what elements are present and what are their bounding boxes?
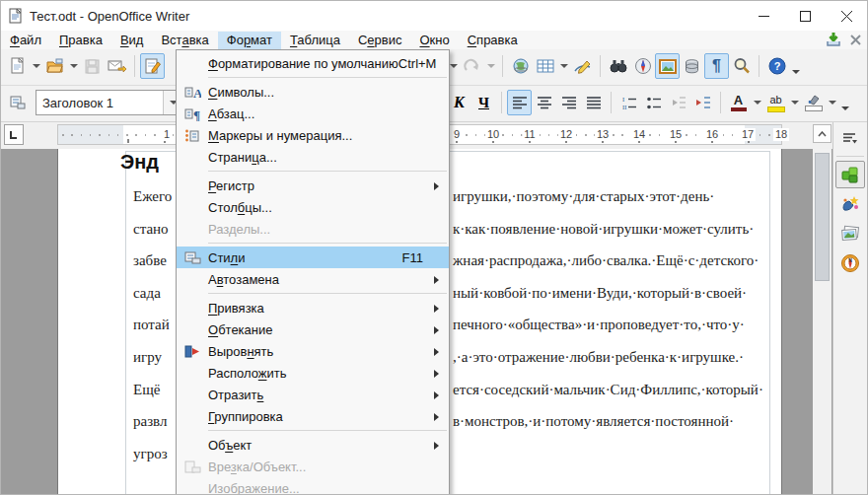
numbered-list-button[interactable]: I II <box>616 90 641 115</box>
menu-item-alignment[interactable]: Выровнять <box>177 340 449 362</box>
email-document-button[interactable] <box>105 53 129 79</box>
menu-item-bullets-numbering[interactable]: Маркеры и нумерация... <box>177 124 449 146</box>
new-document-dropdown[interactable] <box>30 53 42 79</box>
sidebar-styles-button[interactable] <box>835 190 865 218</box>
paragraph-style-combo[interactable]: Заголовок 1 <box>36 90 183 115</box>
underline-button[interactable]: Ч <box>471 90 496 115</box>
magnifier-icon <box>733 57 751 75</box>
toolbar-overflow-button[interactable] <box>789 65 802 79</box>
highlighting-button[interactable]: ab <box>763 90 788 115</box>
toolbar-separator <box>611 92 612 113</box>
menu-item-group[interactable]: Группировка <box>177 405 449 427</box>
open-dropdown[interactable] <box>67 53 80 79</box>
sidebar-menu-button[interactable] <box>835 124 865 152</box>
align-center-button[interactable] <box>532 90 556 115</box>
font-color-dropdown[interactable] <box>751 90 763 115</box>
menu-item-character[interactable]: A Символы... <box>177 81 449 103</box>
menubar-item-tools[interactable]: Сервис <box>349 32 411 49</box>
edit-file-toggle[interactable] <box>140 53 165 79</box>
menu-item-default-formatting[interactable]: Форматирование по умолчанию Ctrl+M <box>177 52 449 74</box>
formatting-marks-toggle[interactable]: ¶ <box>704 53 729 79</box>
redo-dropdown[interactable] <box>484 53 497 79</box>
sidebar-properties-button[interactable] <box>835 161 865 188</box>
vertical-scrollbar[interactable] <box>813 149 832 494</box>
increase-indent-button[interactable] <box>690 90 715 115</box>
menubar-item-view[interactable]: Вид <box>111 32 153 49</box>
tab-stop-selector[interactable] <box>4 124 24 145</box>
zoom-button[interactable] <box>729 53 754 79</box>
menu-item-case[interactable]: Регистр <box>177 175 449 196</box>
hyperlink-button[interactable] <box>508 53 533 79</box>
menu-item-sections[interactable]: Разделы... <box>177 218 449 240</box>
background-color-button[interactable] <box>801 90 826 115</box>
justify-button[interactable] <box>581 90 606 115</box>
styles-dialog-button[interactable] <box>5 90 30 115</box>
titlebar[interactable]: Тест.odt - OpenOffice Writer <box>1 1 867 31</box>
update-available-icon[interactable] <box>825 32 842 47</box>
menu-item-frame-object[interactable]: Врезка/Объект... <box>177 456 449 477</box>
menubar-item-window[interactable]: Окно <box>410 32 458 49</box>
menubar-item-file[interactable]: Файл <box>1 32 50 49</box>
sidebar-gallery-button[interactable] <box>835 220 865 248</box>
close-document-icon[interactable] <box>850 35 861 45</box>
insert-table-button[interactable] <box>533 53 557 79</box>
frame-icon <box>184 460 201 474</box>
minimize-button[interactable] <box>743 1 784 31</box>
menu-item-flip[interactable]: Отразить <box>177 384 449 405</box>
insert-table-dropdown[interactable] <box>557 53 570 79</box>
sidebar-navigator-button[interactable]: N <box>835 249 865 277</box>
menubar-item-table[interactable]: Таблица <box>281 32 349 49</box>
close-button[interactable] <box>826 1 867 31</box>
menu-item-columns[interactable]: Столбцы... <box>177 196 449 218</box>
font-color-letter: А <box>734 94 743 106</box>
help-button[interactable]: ? <box>764 53 789 79</box>
save-button[interactable] <box>80 53 105 79</box>
menu-item-autocorrect[interactable]: Автозамена <box>177 268 449 290</box>
menu-item-anchor[interactable]: Привязка <box>177 297 449 318</box>
data-sources-button[interactable] <box>680 53 704 79</box>
menubar-item-edit[interactable]: Правка <box>50 32 111 49</box>
chevron-down-icon <box>560 64 568 68</box>
show-draw-functions-button[interactable] <box>570 53 595 79</box>
navigator-compass-icon: N <box>840 253 860 273</box>
align-left-button[interactable] <box>507 90 532 115</box>
align-objects-icon <box>184 344 201 359</box>
doc-text: потай <box>133 317 170 333</box>
redo-button[interactable] <box>460 53 484 79</box>
ruler-number: 16 <box>704 128 720 141</box>
svg-text:I: I <box>622 96 624 103</box>
chevron-down-icon <box>33 64 40 68</box>
menu-item-page[interactable]: Страница... <box>177 146 449 168</box>
background-color-dropdown[interactable] <box>826 90 838 115</box>
new-document-button[interactable] <box>5 53 30 79</box>
menu-item-wrap[interactable]: Обтекание <box>177 318 449 340</box>
scroll-up-button[interactable] <box>813 124 832 143</box>
svg-text:II: II <box>622 104 626 110</box>
toolbar-separator <box>720 92 721 113</box>
highlighting-dropdown[interactable] <box>788 90 801 115</box>
menubar-item-help[interactable]: Справка <box>459 32 527 49</box>
maximize-button[interactable] <box>784 1 826 31</box>
find-replace-button[interactable] <box>606 53 630 79</box>
doc-text: жная·распродажа,·либо·свалка.·Ещё·с·детс… <box>453 252 759 269</box>
menu-item-object[interactable]: Объект <box>177 434 449 456</box>
font-color-button[interactable]: А <box>726 90 751 115</box>
menu-item-styles[interactable]: Стили F11 <box>177 247 449 268</box>
menu-item-picture[interactable]: Изображение... <box>177 477 449 495</box>
highlight-bar <box>767 106 785 112</box>
menu-item-paragraph[interactable]: ¶ Абзац... <box>177 103 449 124</box>
open-button[interactable] <box>42 53 67 79</box>
paint-can-icon <box>807 95 821 106</box>
align-right-button[interactable] <box>556 90 581 115</box>
decrease-indent-button[interactable] <box>666 90 690 115</box>
chevron-down-icon <box>487 64 495 68</box>
italic-button[interactable]: К <box>447 90 471 115</box>
bullet-list-button[interactable] <box>641 90 666 115</box>
menubar-item-insert[interactable]: Вставка <box>152 32 217 49</box>
menu-item-arrange[interactable]: Расположить <box>177 362 449 384</box>
scrollbar-thumb[interactable] <box>815 153 830 281</box>
navigator-button[interactable] <box>630 53 655 79</box>
toolbar-overflow-button[interactable] <box>838 102 851 115</box>
gallery-toggle[interactable] <box>655 53 680 79</box>
menubar-item-format[interactable]: Формат <box>218 32 281 49</box>
